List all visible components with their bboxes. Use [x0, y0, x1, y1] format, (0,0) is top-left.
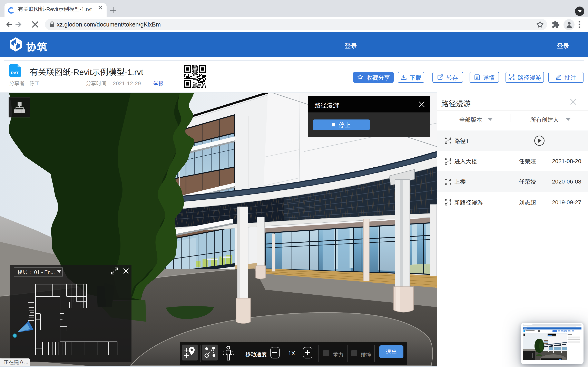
svg-text:RVT: RVT [11, 71, 18, 75]
